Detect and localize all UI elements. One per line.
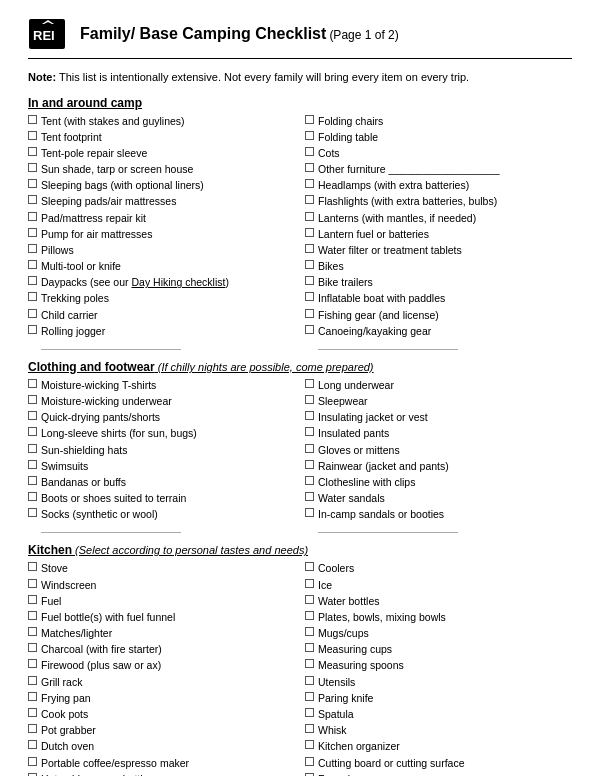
col-right-clothing-footwear: Long underwearSleepwearInsulating jacket… xyxy=(305,378,572,536)
checkbox-icon[interactable] xyxy=(28,692,37,701)
checkbox-icon[interactable] xyxy=(305,379,314,388)
checkbox-icon[interactable] xyxy=(305,757,314,766)
checkbox-icon[interactable] xyxy=(305,228,314,237)
list-item: Folding chairs xyxy=(305,114,572,128)
rei-logo: REI xyxy=(28,18,66,50)
checkbox-icon[interactable] xyxy=(28,276,37,285)
item-label: Grill rack xyxy=(41,675,82,689)
checkbox-icon[interactable] xyxy=(305,212,314,221)
checkbox-icon[interactable] xyxy=(305,147,314,156)
checkbox-icon[interactable] xyxy=(28,444,37,453)
list-item: Kitchen organizer xyxy=(305,739,572,753)
checkbox-icon[interactable] xyxy=(28,292,37,301)
list-item: Rainwear (jacket and pants) xyxy=(305,459,572,473)
day-hiking-link[interactable]: Day Hiking checklist xyxy=(131,276,225,288)
checkbox-icon[interactable] xyxy=(305,460,314,469)
checkbox-icon[interactable] xyxy=(28,228,37,237)
checkbox-icon[interactable] xyxy=(305,179,314,188)
list-item: Spatula xyxy=(305,707,572,721)
list-item: Firewood (plus saw or ax) xyxy=(28,658,295,672)
checkbox-icon[interactable] xyxy=(305,611,314,620)
checkbox-icon[interactable] xyxy=(28,411,37,420)
list-item: Utensils xyxy=(305,675,572,689)
list-item: Dutch oven xyxy=(28,739,295,753)
checkbox-icon[interactable] xyxy=(305,395,314,404)
list-item: Hot-cold vacuum bottle xyxy=(28,772,295,776)
checkbox-icon[interactable] xyxy=(305,411,314,420)
checkbox-icon[interactable] xyxy=(28,757,37,766)
checkbox-icon[interactable] xyxy=(305,260,314,269)
checkbox-icon[interactable] xyxy=(305,444,314,453)
checkbox-icon[interactable] xyxy=(28,147,37,156)
checkbox-icon[interactable] xyxy=(28,179,37,188)
checkbox-icon[interactable] xyxy=(305,508,314,517)
item-label: Whisk xyxy=(318,723,347,737)
checkbox-icon[interactable] xyxy=(305,292,314,301)
checkbox-icon[interactable] xyxy=(305,562,314,571)
list-item: Water filter or treatment tablets xyxy=(305,243,572,257)
checkbox-icon[interactable] xyxy=(28,260,37,269)
list-item: Measuring spoons xyxy=(305,658,572,672)
checkbox-icon[interactable] xyxy=(28,708,37,717)
checkbox-icon[interactable] xyxy=(28,115,37,124)
item-label: Flashlights (with extra batteries, bulbs… xyxy=(318,194,497,208)
checkbox-icon[interactable] xyxy=(28,212,37,221)
checkbox-icon[interactable] xyxy=(28,427,37,436)
item-label: Boots or shoes suited to terrain xyxy=(41,491,186,505)
checkbox-icon[interactable] xyxy=(28,740,37,749)
checkbox-icon[interactable] xyxy=(28,676,37,685)
checkbox-icon[interactable] xyxy=(28,724,37,733)
checkbox-icon[interactable] xyxy=(305,627,314,636)
checkbox-icon[interactable] xyxy=(28,643,37,652)
list-item: Moisture-wicking underwear xyxy=(28,394,295,408)
checkbox-icon[interactable] xyxy=(305,195,314,204)
checkbox-icon[interactable] xyxy=(28,163,37,172)
checkbox-icon[interactable] xyxy=(305,692,314,701)
checkbox-icon[interactable] xyxy=(28,325,37,334)
checkbox-icon[interactable] xyxy=(305,492,314,501)
checkbox-icon[interactable] xyxy=(28,476,37,485)
checkbox-icon[interactable] xyxy=(305,115,314,124)
checkbox-icon[interactable] xyxy=(28,611,37,620)
checkbox-icon[interactable] xyxy=(28,244,37,253)
item-label: Stove xyxy=(41,561,68,575)
checkbox-icon[interactable] xyxy=(305,476,314,485)
checkbox-icon[interactable] xyxy=(305,740,314,749)
checkbox-icon[interactable] xyxy=(28,395,37,404)
checkbox-icon[interactable] xyxy=(28,460,37,469)
checkbox-icon[interactable] xyxy=(305,579,314,588)
checkbox-icon[interactable] xyxy=(305,309,314,318)
section-note-clothing-footwear: (If chilly nights are possible, come pre… xyxy=(155,361,374,373)
checkbox-icon[interactable] xyxy=(305,595,314,604)
checkbox-icon[interactable] xyxy=(305,659,314,668)
checkbox-icon[interactable] xyxy=(305,676,314,685)
list-item: Frying pan xyxy=(28,691,295,705)
checkbox-icon[interactable] xyxy=(305,131,314,140)
item-label: Rainwear (jacket and pants) xyxy=(318,459,449,473)
checkbox-icon[interactable] xyxy=(305,724,314,733)
item-label: Water filter or treatment tablets xyxy=(318,243,462,257)
checkbox-icon[interactable] xyxy=(305,325,314,334)
checkbox-icon[interactable] xyxy=(28,627,37,636)
checkbox-icon[interactable] xyxy=(28,492,37,501)
checkbox-icon[interactable] xyxy=(28,508,37,517)
checkbox-icon[interactable] xyxy=(28,562,37,571)
item-label: Ice xyxy=(318,578,332,592)
checkbox-icon[interactable] xyxy=(28,195,37,204)
checkbox-icon[interactable] xyxy=(28,579,37,588)
checkbox-icon[interactable] xyxy=(305,643,314,652)
item-label: Pad/mattress repair kit xyxy=(41,211,146,225)
checkbox-icon[interactable] xyxy=(28,379,37,388)
checkbox-icon[interactable] xyxy=(28,309,37,318)
list-item: Sleeping bags (with optional liners) xyxy=(28,178,295,192)
checkbox-icon[interactable] xyxy=(28,595,37,604)
checkbox-icon[interactable] xyxy=(28,131,37,140)
checkbox-icon[interactable] xyxy=(305,163,314,172)
checkbox-icon[interactable] xyxy=(305,244,314,253)
checkbox-icon[interactable] xyxy=(305,427,314,436)
list-item: Canoeing/kayaking gear xyxy=(305,324,572,338)
item-label: Moisture-wicking T-shirts xyxy=(41,378,156,392)
checkbox-icon[interactable] xyxy=(28,659,37,668)
checkbox-icon[interactable] xyxy=(305,708,314,717)
checkbox-icon[interactable] xyxy=(305,276,314,285)
